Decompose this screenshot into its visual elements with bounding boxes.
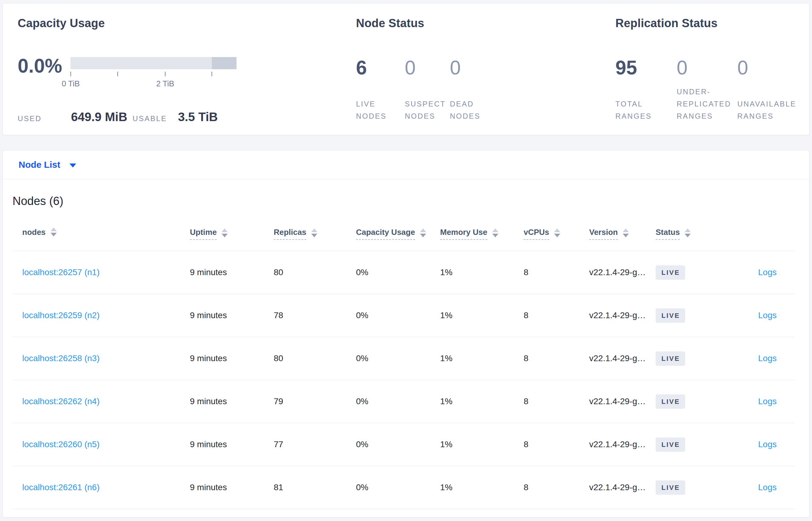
vcpus-cell: 8	[524, 482, 589, 492]
sort-icon	[311, 228, 317, 237]
dead-nodes-stat: 0 DEAD NODES	[450, 58, 502, 122]
capacity-bar-tail	[212, 57, 237, 69]
replicas-cell: 78	[274, 311, 356, 320]
capacity-cell: 0%	[356, 268, 440, 277]
capacity-summary-row: USED 649.9 MiB USABLE 3.5 TiB	[18, 110, 323, 123]
node-status-title: Node Status	[356, 16, 527, 30]
col-header-status[interactable]: Status	[655, 228, 723, 240]
axis-tick	[117, 72, 118, 76]
replicas-cell: 80	[274, 354, 356, 363]
col-header-uptime[interactable]: Uptime	[190, 228, 274, 240]
replication-status-section: Replication Status 95 TOTAL RANGES 0 UND…	[615, 16, 810, 30]
capacity-usage-section: Capacity Usage 0.0% 0 TiB 2 TiB USED 649…	[18, 16, 338, 100]
capacity-cell: 0%	[356, 354, 440, 363]
table-row: localhost:26259 (n2) 9 minutes 78 0% 1% …	[13, 294, 795, 337]
memory-cell: 1%	[440, 311, 524, 320]
version-cell: v22.1.4-29-g…	[589, 311, 655, 320]
used-value: 649.9 MiB	[71, 111, 127, 123]
status-badge: LIVE	[655, 437, 685, 452]
sort-icon	[420, 228, 426, 237]
version-cell: v22.1.4-29-g…	[589, 354, 655, 363]
uptime-cell: 9 minutes	[190, 268, 274, 277]
axis-tick-label: 0 TiB	[52, 79, 89, 88]
node-status-section: Node Status 6 LIVE NODES 0 SUSPECT NODES…	[356, 16, 527, 30]
memory-cell: 1%	[440, 268, 524, 277]
logs-link[interactable]: Logs	[758, 268, 777, 277]
replicas-cell: 81	[274, 482, 356, 492]
under-replicated-ranges-stat: 0 UNDER-REPLICATED RANGES	[677, 58, 737, 122]
memory-cell: 1%	[440, 354, 524, 363]
vcpus-cell: 8	[524, 268, 589, 277]
capacity-usage-title: Capacity Usage	[18, 16, 338, 30]
chevron-down-icon	[70, 163, 76, 167]
cluster-summary-panel: Capacity Usage 0.0% 0 TiB 2 TiB USED 649…	[2, 3, 810, 135]
replicas-cell: 79	[274, 397, 356, 406]
usable-label: USABLE	[133, 114, 167, 123]
version-cell: v22.1.4-29-g…	[589, 397, 655, 406]
status-badge: LIVE	[655, 480, 685, 495]
replication-status-title: Replication Status	[615, 16, 810, 30]
col-header-replicas[interactable]: Replicas	[274, 228, 356, 240]
nodes-table: nodes Uptime Replicas Capacity Usage Mem…	[13, 219, 795, 509]
col-header-memory-use[interactable]: Memory Use	[440, 228, 524, 240]
uptime-cell: 9 minutes	[190, 397, 274, 406]
node-link[interactable]: localhost:26260 (n5)	[22, 439, 100, 449]
sort-icon	[685, 228, 691, 237]
version-cell: v22.1.4-29-g…	[589, 439, 655, 449]
capacity-cell: 0%	[356, 439, 440, 449]
uptime-cell: 9 minutes	[190, 439, 274, 449]
capacity-percent-value: 0.0%	[18, 56, 62, 76]
uptime-cell: 9 minutes	[190, 482, 274, 492]
nodes-table-title: Nodes (6)	[13, 194, 809, 208]
table-row: localhost:26257 (n1) 9 minutes 80 0% 1% …	[13, 251, 795, 294]
node-link[interactable]: localhost:26257 (n1)	[22, 268, 100, 277]
used-label: USED	[18, 114, 42, 123]
vcpus-cell: 8	[524, 439, 589, 449]
capacity-usage-chart: 0.0% 0 TiB 2 TiB	[18, 57, 338, 100]
status-badge: LIVE	[655, 352, 685, 366]
vcpus-cell: 8	[524, 397, 589, 406]
suspect-nodes-stat: 0 SUSPECT NODES	[405, 58, 450, 122]
col-header-vcpus[interactable]: vCPUs	[524, 228, 589, 240]
logs-link[interactable]: Logs	[758, 354, 777, 363]
node-list-panel: Node List Nodes (6) nodes Uptime Replica…	[2, 150, 810, 518]
capacity-cell: 0%	[356, 311, 440, 320]
col-header-version[interactable]: Version	[589, 228, 655, 240]
uptime-cell: 9 minutes	[190, 354, 274, 363]
live-nodes-stat: 6 LIVE NODES	[356, 58, 405, 122]
node-list-dropdown[interactable]: Node List	[19, 160, 76, 170]
capacity-bar	[70, 57, 237, 69]
col-header-capacity-usage[interactable]: Capacity Usage	[356, 228, 440, 240]
total-ranges-stat: 95 TOTAL RANGES	[615, 58, 677, 122]
axis-tick	[165, 72, 166, 76]
node-link[interactable]: localhost:26259 (n2)	[22, 311, 100, 320]
logs-link[interactable]: Logs	[758, 311, 777, 320]
table-row: localhost:26260 (n5) 9 minutes 77 0% 1% …	[13, 423, 795, 466]
node-status-stats: 6 LIVE NODES 0 SUSPECT NODES 0 DEAD NODE…	[356, 58, 502, 122]
memory-cell: 1%	[440, 439, 524, 449]
replicas-cell: 80	[274, 268, 356, 277]
node-link[interactable]: localhost:26261 (n6)	[22, 482, 100, 492]
node-list-dropdown-label: Node List	[19, 160, 61, 170]
sort-icon	[554, 228, 560, 237]
replicas-cell: 77	[274, 439, 356, 449]
sort-icon	[492, 228, 498, 237]
status-badge: LIVE	[655, 265, 685, 280]
uptime-cell: 9 minutes	[190, 311, 274, 320]
memory-cell: 1%	[440, 397, 524, 406]
sort-icon	[51, 228, 57, 236]
axis-tick	[70, 72, 71, 76]
col-header-nodes[interactable]: nodes	[13, 228, 190, 238]
status-badge: LIVE	[655, 394, 685, 409]
capacity-cell: 0%	[356, 482, 440, 492]
table-row: localhost:26262 (n4) 9 minutes 79 0% 1% …	[13, 380, 795, 423]
view-selector-bar: Node List	[3, 151, 809, 179]
node-link[interactable]: localhost:26262 (n4)	[22, 397, 100, 406]
node-link[interactable]: localhost:26258 (n3)	[22, 354, 100, 363]
logs-link[interactable]: Logs	[758, 439, 777, 449]
logs-link[interactable]: Logs	[758, 397, 777, 406]
version-cell: v22.1.4-29-g…	[589, 268, 655, 277]
logs-link[interactable]: Logs	[758, 482, 777, 492]
axis-tick-label: 2 TiB	[147, 79, 184, 88]
memory-cell: 1%	[440, 482, 524, 492]
